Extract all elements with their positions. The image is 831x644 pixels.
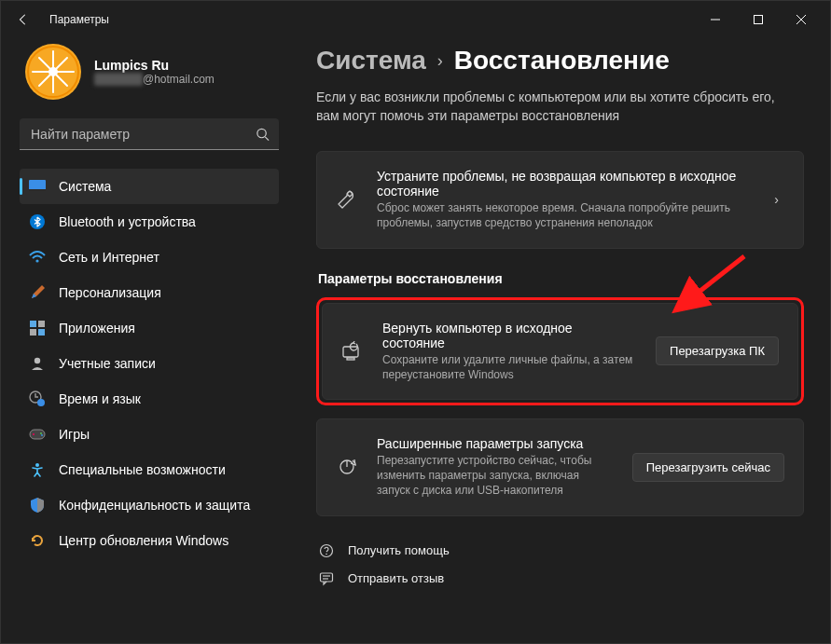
clock-globe-icon bbox=[29, 391, 46, 407]
sidebar: Lumpics Ru xxxxxxxx@hotmail.com Система … bbox=[1, 38, 290, 643]
update-icon bbox=[29, 532, 46, 549]
svg-point-35 bbox=[321, 544, 333, 556]
reset-pc-icon bbox=[341, 341, 364, 362]
accessibility-icon bbox=[29, 461, 46, 478]
sidebar-item-time-language[interactable]: Время и язык bbox=[20, 381, 279, 417]
maximize-icon bbox=[754, 15, 763, 24]
breadcrumb: Система › Восстановление bbox=[316, 46, 804, 75]
sidebar-item-bluetooth[interactable]: Bluetooth и устройства bbox=[20, 204, 279, 240]
person-icon bbox=[29, 355, 46, 372]
sidebar-item-label: Центр обновления Windows bbox=[59, 533, 229, 548]
sidebar-item-label: Игры bbox=[59, 427, 90, 442]
apps-icon bbox=[29, 320, 46, 336]
search-input[interactable] bbox=[20, 118, 279, 150]
sidebar-item-label: Время и язык bbox=[59, 391, 141, 406]
sidebar-item-gaming[interactable]: Игры bbox=[20, 417, 279, 452]
minimize-button[interactable] bbox=[694, 1, 737, 38]
display-icon bbox=[29, 178, 46, 195]
bluetooth-icon bbox=[29, 213, 46, 230]
svg-point-24 bbox=[37, 399, 45, 406]
help-icon bbox=[318, 542, 335, 559]
arrow-left-icon bbox=[17, 13, 30, 26]
maximize-button[interactable] bbox=[737, 1, 780, 38]
svg-point-26 bbox=[33, 433, 35, 435]
gamepad-icon bbox=[29, 426, 46, 443]
card-description: Перезапустите устройство сейчас, чтобы и… bbox=[377, 453, 614, 499]
svg-rect-21 bbox=[38, 329, 45, 336]
card-description: Сброс может занять некоторое время. Снач… bbox=[377, 200, 750, 230]
window-controls bbox=[694, 1, 823, 38]
close-icon bbox=[796, 15, 806, 24]
wrench-icon bbox=[336, 189, 358, 210]
wifi-icon bbox=[29, 249, 46, 266]
link-label: Получить помощь bbox=[348, 543, 450, 557]
svg-point-11 bbox=[48, 67, 58, 76]
paintbrush-icon bbox=[29, 284, 46, 301]
close-button[interactable] bbox=[780, 1, 823, 38]
avatar bbox=[25, 44, 81, 100]
content-area: Система › Восстановление Если у вас возн… bbox=[290, 38, 830, 643]
page-title: Восстановление bbox=[454, 46, 670, 75]
feedback-icon bbox=[318, 570, 335, 587]
svg-rect-18 bbox=[30, 321, 36, 327]
sidebar-item-accounts[interactable]: Учетные записи bbox=[20, 346, 279, 381]
sidebar-item-system[interactable]: Система bbox=[20, 169, 279, 204]
chevron-right-icon: › bbox=[769, 192, 784, 207]
back-button[interactable] bbox=[8, 5, 38, 34]
sidebar-item-apps[interactable]: Приложения bbox=[20, 310, 279, 346]
sidebar-item-label: Конфиденциальность и защита bbox=[59, 498, 250, 513]
window-title: Параметры bbox=[49, 13, 109, 26]
search-icon bbox=[256, 128, 270, 142]
svg-point-36 bbox=[325, 553, 327, 555]
reset-pc-card: Вернуть компьютер в исходное состояние С… bbox=[322, 303, 798, 400]
card-title: Расширенные параметры запуска bbox=[377, 436, 614, 451]
sidebar-item-windows-update[interactable]: Центр обновления Windows bbox=[20, 523, 279, 558]
svg-point-28 bbox=[41, 434, 43, 436]
reset-pc-button[interactable]: Перезагрузка ПК bbox=[656, 336, 779, 365]
profile-email: xxxxxxxx@hotmail.com bbox=[94, 73, 215, 86]
sidebar-item-label: Bluetooth и устройства bbox=[59, 214, 196, 229]
restart-now-button[interactable]: Перезагрузить сейчас bbox=[632, 453, 784, 482]
sidebar-item-label: Система bbox=[59, 179, 111, 194]
svg-point-22 bbox=[35, 358, 40, 363]
nav-list: Система Bluetooth и устройства Сеть и Ин… bbox=[20, 169, 279, 558]
sidebar-item-accessibility[interactable]: Специальные возможности bbox=[20, 452, 279, 487]
section-title: Параметры восстановления bbox=[318, 271, 804, 286]
minimize-icon bbox=[711, 15, 720, 24]
svg-point-27 bbox=[40, 432, 42, 434]
power-restart-icon bbox=[336, 457, 358, 477]
footer-links: Получить помощь Отправить отзыв bbox=[316, 537, 804, 593]
sidebar-item-privacy[interactable]: Конфиденциальность и защита bbox=[20, 487, 279, 523]
troubleshoot-card[interactable]: Устраните проблемы, не возвращая компьют… bbox=[316, 151, 804, 248]
svg-line-13 bbox=[265, 137, 269, 141]
profile-name: Lumpics Ru bbox=[94, 58, 215, 73]
svg-point-29 bbox=[35, 463, 39, 467]
card-description: Сохраните или удалите личные файлы, а за… bbox=[382, 352, 637, 382]
svg-rect-37 bbox=[321, 573, 333, 582]
get-help-link[interactable]: Получить помощь bbox=[316, 537, 804, 565]
sidebar-item-label: Персонализация bbox=[59, 285, 161, 300]
card-title: Вернуть компьютер в исходное состояние bbox=[382, 321, 637, 350]
send-feedback-link[interactable]: Отправить отзыв bbox=[316, 565, 804, 593]
svg-point-12 bbox=[257, 129, 266, 137]
svg-rect-20 bbox=[30, 329, 36, 336]
title-bar: Параметры bbox=[1, 1, 830, 38]
sidebar-item-label: Специальные возможности bbox=[59, 462, 226, 477]
profile-block[interactable]: Lumpics Ru xxxxxxxx@hotmail.com bbox=[20, 38, 279, 118]
svg-rect-19 bbox=[38, 321, 45, 327]
card-title: Устраните проблемы, не возвращая компьют… bbox=[377, 169, 750, 199]
search-box bbox=[20, 118, 279, 150]
page-description: Если у вас возникли проблемы с компьютер… bbox=[316, 89, 801, 125]
sidebar-item-label: Приложения bbox=[59, 321, 135, 336]
svg-rect-32 bbox=[347, 358, 354, 360]
sidebar-item-network[interactable]: Сеть и Интернет bbox=[20, 240, 279, 275]
avatar-orange-icon bbox=[27, 46, 79, 98]
breadcrumb-parent[interactable]: Система bbox=[316, 46, 426, 75]
sidebar-item-personalization[interactable]: Персонализация bbox=[20, 275, 279, 310]
annotation-highlight: Вернуть компьютер в исходное состояние С… bbox=[316, 297, 804, 405]
advanced-startup-card: Расширенные параметры запуска Перезапуст… bbox=[316, 418, 804, 516]
sidebar-item-label: Сеть и Интернет bbox=[59, 250, 159, 265]
svg-rect-25 bbox=[30, 430, 45, 439]
link-label: Отправить отзыв bbox=[348, 571, 444, 585]
chevron-right-icon: › bbox=[437, 51, 443, 71]
